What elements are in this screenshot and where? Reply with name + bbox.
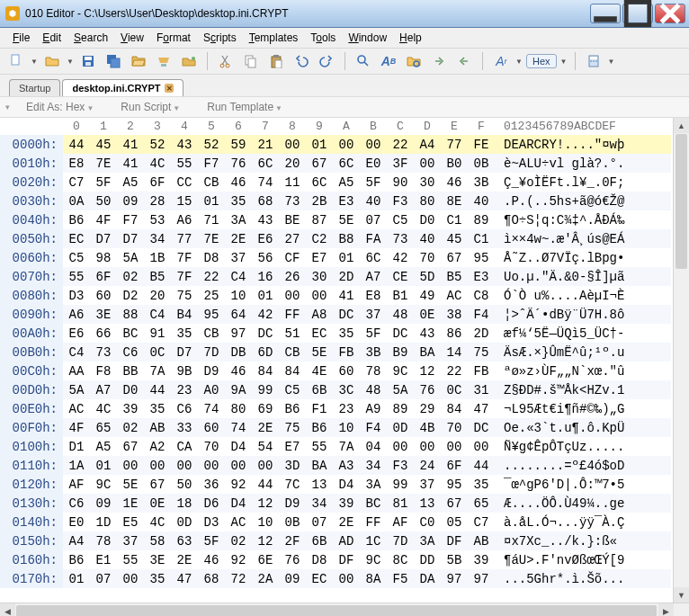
open-folder-button[interactable] [128, 50, 149, 72]
hex-byte[interactable]: C5 [63, 248, 90, 267]
hex-byte[interactable]: 95 [441, 475, 468, 494]
hex-byte[interactable]: 40 [468, 192, 495, 210]
hex-byte[interactable]: E3 [333, 192, 360, 210]
hex-byte[interactable]: 29 [414, 399, 441, 418]
hex-byte[interactable]: C6 [171, 399, 198, 418]
hex-byte[interactable]: 74 [252, 173, 279, 192]
hex-byte[interactable]: D7 [90, 229, 117, 248]
hex-byte[interactable]: 2E [252, 418, 279, 437]
hex-row[interactable]: 0060h:C5985A1B7FD83756CFE7016C42706795Å˜… [0, 248, 671, 267]
hex-row[interactable]: 0010h:E87E414C55F7766C20676CE03F00B00Bè~… [0, 154, 671, 173]
hex-byte[interactable]: BC [360, 494, 387, 513]
find-replace-button[interactable]: AB [378, 50, 399, 72]
hex-byte[interactable]: 7D [198, 343, 225, 362]
hex-byte[interactable]: 20 [279, 154, 306, 173]
hex-byte[interactable]: 70 [414, 248, 441, 267]
hex-byte[interactable]: 1D [90, 513, 117, 531]
open-drive-button[interactable] [153, 50, 174, 72]
hex-byte[interactable]: 07 [360, 210, 387, 229]
hex-byte[interactable]: 7E [198, 229, 225, 248]
hex-byte[interactable]: 30 [414, 173, 441, 192]
scroll-up-button[interactable]: ▲ [674, 118, 689, 133]
hex-byte[interactable]: 5F [360, 173, 387, 192]
hex-byte[interactable]: 0B [468, 154, 495, 173]
hex-byte[interactable]: D2 [117, 286, 144, 305]
hex-byte[interactable]: 34 [144, 229, 171, 248]
hex-byte[interactable]: 00 [225, 456, 252, 475]
hex-byte[interactable]: C8 [468, 286, 495, 305]
hex-byte[interactable]: 3D [279, 456, 306, 475]
hex-byte[interactable]: 00 [333, 135, 360, 154]
hex-byte[interactable]: 74 [198, 399, 225, 418]
hex-byte[interactable]: C5 [279, 380, 306, 399]
ascii-cell[interactable]: Oe.«3`t.u¶.ô.KpÜ [495, 418, 671, 437]
hex-byte[interactable]: 3B [360, 343, 387, 362]
hex-byte[interactable]: 35 [225, 192, 252, 210]
run-template-control[interactable]: Run Template▼ [201, 101, 288, 113]
hex-byte[interactable]: 6C [333, 154, 360, 173]
hex-byte[interactable]: 22 [387, 135, 414, 154]
hex-byte[interactable]: 1B [144, 248, 171, 267]
hex-byte[interactable]: BA [414, 343, 441, 362]
hex-byte[interactable]: 89 [468, 210, 495, 229]
hex-byte[interactable]: 04 [360, 437, 387, 456]
hex-byte[interactable]: 67 [117, 437, 144, 456]
hex-byte[interactable]: 37 [360, 305, 387, 324]
hex-byte[interactable]: 99 [252, 380, 279, 399]
hex-byte[interactable]: 7D [387, 531, 414, 550]
copy-button[interactable] [240, 50, 262, 72]
hex-byte[interactable]: 00 [306, 286, 333, 305]
hex-row[interactable]: 00F0h:4F6502AB3360742E75B610F40D4B70DCOe… [0, 418, 671, 437]
hex-byte[interactable]: 40 [414, 229, 441, 248]
hex-byte[interactable]: 1A [63, 456, 90, 475]
hex-byte[interactable]: 67 [441, 248, 468, 267]
hex-byte[interactable]: 44 [468, 456, 495, 475]
hex-byte[interactable]: D3 [198, 513, 225, 531]
hex-byte[interactable]: 5E [333, 210, 360, 229]
hex-byte[interactable]: 07 [306, 513, 333, 531]
hex-byte[interactable]: 1C [360, 531, 387, 550]
hex-byte[interactable]: 73 [90, 343, 117, 362]
hex-byte[interactable]: 76 [414, 380, 441, 399]
hex-byte[interactable]: 52 [198, 135, 225, 154]
hex-byte[interactable]: 50 [171, 475, 198, 494]
ascii-cell[interactable]: ...5Ghr*.ì.Šõ... [495, 569, 671, 588]
hex-byte[interactable]: DD [414, 550, 441, 569]
hex-byte[interactable]: AC [441, 286, 468, 305]
hex-row[interactable]: 0040h:B64FF753A6713A43BE875E07C5D0C189¶O… [0, 210, 671, 229]
hex-byte[interactable]: E6 [63, 324, 90, 343]
ascii-cell[interactable]: ¤x7Xc_../k­.}:ß« [495, 531, 671, 550]
hex-byte[interactable]: 64 [225, 305, 252, 324]
paste-button[interactable] [265, 50, 287, 72]
hex-byte[interactable]: C6 [117, 343, 144, 362]
hex-byte[interactable]: 00 [414, 437, 441, 456]
hex-byte[interactable]: 16 [252, 267, 279, 286]
hex-byte[interactable]: 65 [90, 418, 117, 437]
hex-byte[interactable]: BE [279, 210, 306, 229]
hex-byte[interactable]: 2F [279, 531, 306, 550]
hex-byte[interactable]: F3 [387, 456, 414, 475]
tab-close-icon[interactable]: ✕ [165, 84, 174, 93]
hex-byte[interactable]: 67 [144, 475, 171, 494]
hex-byte[interactable]: BB [117, 362, 144, 380]
hex-byte[interactable]: B6 [63, 550, 90, 569]
hex-byte[interactable]: 3B [468, 173, 495, 192]
hex-byte[interactable]: 48 [387, 305, 414, 324]
ascii-cell[interactable]: Ñ¥g¢ÊpÔTçUz..... [495, 437, 671, 456]
hex-byte[interactable]: 78 [90, 531, 117, 550]
hex-view[interactable]: 0 1 2 3 4 5 6 7 8 9 A B C D E F 01234567… [0, 118, 673, 603]
hex-byte[interactable]: B4 [171, 305, 198, 324]
hex-byte[interactable]: CF [279, 248, 306, 267]
hex-byte[interactable]: 4F [63, 418, 90, 437]
hex-byte[interactable]: 6F [441, 456, 468, 475]
hex-byte[interactable]: 0C [144, 343, 171, 362]
hex-byte[interactable]: 05 [441, 513, 468, 531]
hex-byte[interactable]: 00 [252, 456, 279, 475]
hex-byte[interactable]: 43 [414, 324, 441, 343]
ascii-cell[interactable]: ªø»z›ÙF„„N`xœ."û [495, 362, 671, 380]
hex-byte[interactable]: 30 [306, 267, 333, 286]
hex-byte[interactable]: 90 [387, 173, 414, 192]
hex-byte[interactable]: 0C [441, 380, 468, 399]
hex-byte[interactable]: 2B [306, 192, 333, 210]
hex-byte[interactable]: 2D [333, 267, 360, 286]
